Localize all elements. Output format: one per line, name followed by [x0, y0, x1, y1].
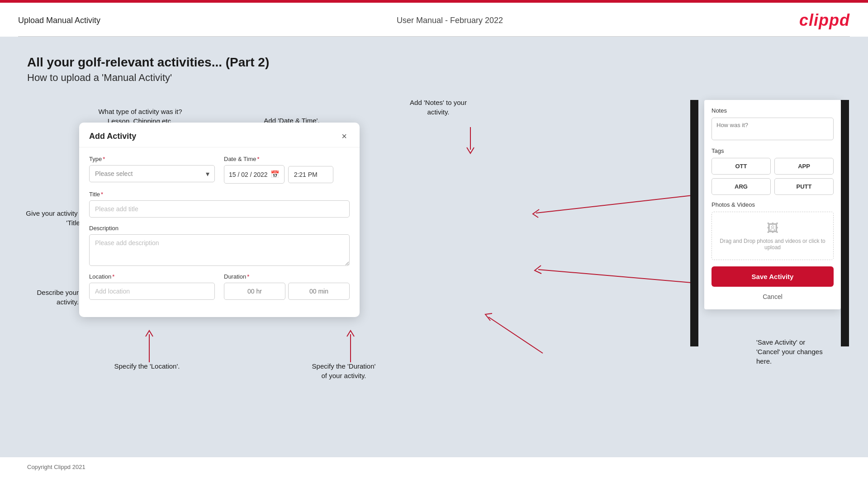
date-value: 15 / 02 / 2022 — [229, 171, 268, 178]
description-group: Description — [89, 225, 350, 266]
type-group: Type* Please select ▾ — [89, 156, 215, 184]
tag-ott[interactable]: OTT — [711, 158, 771, 175]
notes-label: Notes — [711, 107, 834, 114]
main-content: All your golf-relevant activities... (Pa… — [0, 37, 868, 457]
page-title: All your golf-relevant activities... (Pa… — [27, 55, 841, 70]
annotation-notes: Add 'Notes' to your activity. — [389, 98, 488, 117]
title-label: Title* — [89, 191, 350, 198]
location-duration-row: Location* Duration* — [89, 273, 350, 300]
date-input[interactable]: 15 / 02 / 2022 📅 — [224, 165, 285, 184]
calendar-icon: 📅 — [270, 170, 280, 179]
notes-textarea[interactable] — [711, 118, 834, 140]
annotation-title: Give your activity a 'Title'. — [15, 208, 83, 227]
tags-label: Tags — [711, 147, 834, 154]
close-dialog-button[interactable]: × — [339, 131, 350, 142]
tag-putt[interactable]: PUTT — [774, 178, 834, 195]
time-input[interactable] — [288, 166, 333, 183]
header: Upload Manual Activity User Manual - Feb… — [0, 3, 868, 36]
type-select-wrapper: Please select ▾ — [89, 165, 215, 182]
location-input[interactable] — [89, 283, 215, 300]
annotation-description: Describe your activity. — [11, 288, 79, 307]
page-subtitle: How to upload a 'Manual Activity' — [27, 72, 841, 84]
photos-dropzone[interactable]: 🖼 Drag and Drop photos and videos or cli… — [711, 212, 834, 260]
description-textarea[interactable] — [89, 234, 350, 266]
dialog-title: Add Activity — [89, 132, 136, 141]
logo: clippd — [799, 11, 850, 30]
datetime-group: Date & Time* 15 / 02 / 2022 📅 — [224, 156, 350, 184]
cancel-link[interactable]: Cancel — [711, 291, 834, 302]
datetime-label: Date & Time* — [224, 156, 350, 162]
duration-label: Duration* — [224, 273, 350, 280]
duration-min-input[interactable] — [288, 283, 350, 300]
tag-arg[interactable]: ARG — [711, 178, 771, 195]
type-label: Type* — [89, 156, 215, 162]
type-datetime-row: Type* Please select ▾ Date & Time* — [89, 156, 350, 184]
title-input[interactable] — [89, 200, 350, 218]
annotation-duration: Specify the 'Duration' of your activity. — [285, 361, 403, 380]
photos-text: Drag and Drop photos and videos or click… — [720, 238, 825, 251]
duration-group: Duration* — [224, 273, 350, 300]
annotation-location: Specify the 'Location'. — [100, 361, 194, 371]
phone-border-left — [690, 100, 698, 346]
location-group: Location* — [89, 273, 215, 300]
copyright: Copyright Clippd 2021 — [27, 464, 85, 470]
photos-label: Photos & Videos — [711, 201, 834, 208]
svg-line-9 — [536, 195, 697, 213]
phone-border-right — [841, 100, 849, 346]
footer: Copyright Clippd 2021 — [0, 457, 868, 477]
description-label: Description — [89, 225, 350, 232]
location-label: Location* — [89, 273, 215, 280]
svg-line-11 — [489, 317, 543, 353]
duration-inputs — [224, 283, 350, 300]
dialog-header: Add Activity × — [79, 123, 360, 147]
phone-panel: Notes Tags OTT APP ARG PUTT Photos & Vid… — [704, 100, 841, 309]
svg-line-10 — [538, 270, 697, 283]
tags-grid: OTT APP ARG PUTT — [711, 158, 834, 195]
add-activity-dialog: Add Activity × Type* Please select ▾ — [79, 123, 360, 317]
duration-hr-input[interactable] — [224, 283, 285, 300]
page-title-header: Upload Manual Activity — [18, 16, 100, 25]
tag-app[interactable]: APP — [774, 158, 834, 175]
phone-content: Notes Tags OTT APP ARG PUTT Photos & Vid… — [704, 100, 841, 309]
manual-title: User Manual - February 2022 — [397, 16, 503, 25]
title-group: Title* — [89, 191, 350, 218]
photo-upload-icon: 🖼 — [716, 221, 829, 235]
datetime-inputs: 15 / 02 / 2022 📅 — [224, 165, 350, 184]
dialog-body: Type* Please select ▾ Date & Time* — [79, 147, 360, 317]
save-activity-button[interactable]: Save Activity — [711, 266, 834, 287]
type-select[interactable]: Please select — [89, 165, 215, 182]
